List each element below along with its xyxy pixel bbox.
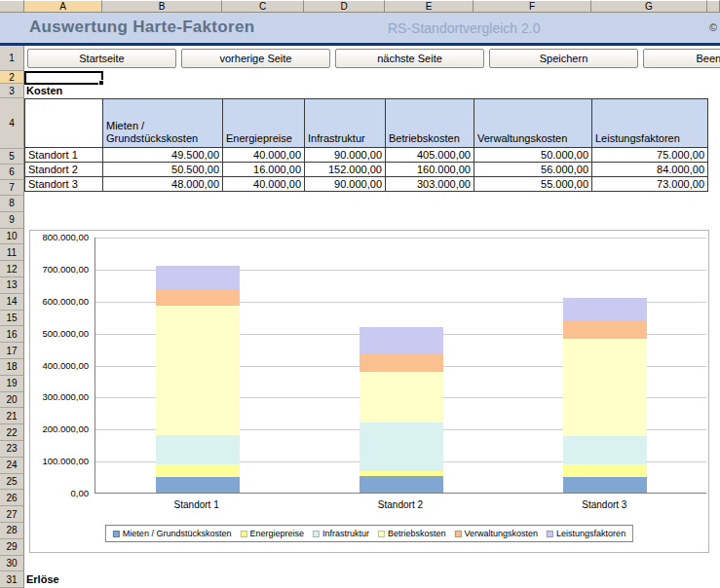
costs-column-header[interactable]: Infrastruktur [305, 99, 386, 148]
cost-value-cell[interactable]: 55.000,00 [474, 177, 592, 192]
row-header-14[interactable]: 14 [0, 294, 24, 311]
row-header-6[interactable]: 6 [0, 165, 24, 180]
cost-value-cell[interactable]: 73.000,00 [592, 177, 708, 192]
row-gutter: 1234567891011121314151617181920212223242… [0, 46, 24, 588]
cost-value-cell[interactable]: 16.000,00 [223, 163, 305, 177]
cost-value-cell[interactable]: 40.000,00 [223, 177, 305, 192]
row-header-2[interactable]: 2 [0, 71, 24, 84]
row-header-4[interactable]: 4 [0, 98, 24, 149]
speichern-button[interactable]: Speichern [489, 49, 638, 68]
row-header-23[interactable]: 23 [0, 441, 24, 458]
bar-segment [156, 464, 240, 477]
row-header-10[interactable]: 10 [0, 229, 24, 245]
bar-segment [360, 353, 443, 371]
costs-column-header[interactable]: Betriebskosten [386, 99, 474, 148]
selected-cell-A2[interactable] [24, 71, 103, 85]
startseite-button[interactable]: Startseite [27, 49, 176, 68]
legend-item: Infrastruktur [313, 529, 369, 538]
row-header-18[interactable]: 18 [0, 359, 24, 376]
column-header-E[interactable]: E [385, 0, 474, 13]
costs-column-header[interactable]: Mieten / Grundstückskosten [103, 99, 223, 148]
bar-segment [563, 464, 647, 477]
section-label-erloese[interactable]: Erlöse [26, 573, 59, 585]
row-header-13[interactable]: 13 [0, 277, 24, 294]
column-header-filler [707, 0, 720, 13]
costs-column-header[interactable]: Leistungsfaktoren [592, 99, 708, 148]
row-label[interactable]: Standort 2 [25, 163, 103, 177]
y-axis-tick-label: 400.000,00 [30, 360, 89, 371]
cost-chart[interactable]: 0,00100.000,00200.000,00300.000,00400.00… [29, 230, 709, 553]
row-header-21[interactable]: 21 [0, 408, 24, 424]
bar-segment [563, 321, 647, 339]
bar-segment [156, 435, 240, 464]
column-header-F[interactable]: F [474, 0, 591, 13]
column-header-C[interactable]: C [222, 0, 304, 13]
cost-value-cell[interactable]: 48.000,00 [103, 177, 223, 192]
legend-item: Verwaltungskosten [455, 529, 539, 538]
cost-value-cell[interactable]: 303.000,00 [386, 177, 474, 192]
beenden-button[interactable]: Beenden [643, 49, 720, 68]
cost-value-cell[interactable]: 56.000,00 [474, 163, 592, 177]
column-header-B[interactable]: B [102, 0, 222, 13]
cost-value-cell[interactable]: 75.000,00 [592, 148, 708, 163]
y-axis-tick-label: 0,00 [30, 488, 89, 498]
row-header-20[interactable]: 20 [0, 392, 24, 409]
cost-value-cell[interactable]: 405.000,00 [386, 148, 474, 163]
section-label-kosten[interactable]: Kosten [26, 85, 62, 96]
row-header-7[interactable]: 7 [0, 180, 24, 196]
legend-swatch-icon [313, 531, 320, 537]
row-header-26[interactable]: 26 [0, 490, 24, 506]
y-axis-tick-label: 700.000,00 [30, 264, 89, 275]
row-header-3[interactable]: 3 [0, 84, 24, 98]
costs-table: Mieten / GrundstückskostenEnergiepreiseI… [24, 98, 708, 192]
bar-segment [563, 298, 647, 321]
row-header-11[interactable]: 11 [0, 244, 24, 261]
row-header-31[interactable]: 31 [0, 571, 24, 588]
row-header-19[interactable]: 19 [0, 376, 24, 392]
cost-value-cell[interactable]: 40.000,00 [223, 148, 305, 163]
row-header-15[interactable]: 15 [0, 311, 24, 327]
column-header-D[interactable]: D [304, 0, 385, 13]
costs-corner-cell[interactable] [25, 99, 103, 148]
y-axis-tick-label: 600.000,00 [30, 296, 89, 307]
cost-value-cell[interactable]: 90.000,00 [305, 177, 386, 192]
legend-swatch-icon [240, 531, 246, 537]
cost-value-cell[interactable]: 152.000,00 [305, 163, 386, 177]
cost-value-cell[interactable]: 90.000,00 [305, 148, 386, 163]
column-header-A[interactable]: A [24, 0, 102, 13]
row-label[interactable]: Standort 1 [25, 148, 103, 163]
row-header-24[interactable]: 24 [0, 458, 24, 474]
costs-header-row: Mieten / GrundstückskostenEnergiepreiseI… [25, 99, 708, 148]
row-header-27[interactable]: 27 [0, 506, 24, 523]
row-header-22[interactable]: 22 [0, 424, 24, 441]
row-header-30[interactable]: 30 [0, 556, 24, 572]
row-header-5[interactable]: 5 [0, 149, 24, 165]
cost-value-cell[interactable]: 84.000,00 [592, 163, 708, 177]
row-header-29[interactable]: 29 [0, 539, 24, 556]
row-header-1[interactable]: 1 [0, 46, 24, 71]
row-header-12[interactable]: 12 [0, 261, 24, 277]
vorherige-seite-button[interactable]: vorherige Seite [181, 49, 330, 68]
cost-value-cell[interactable]: 50.000,00 [474, 148, 592, 163]
row-header-9[interactable]: 9 [0, 212, 24, 229]
bar-segment [563, 339, 647, 436]
row-header-28[interactable]: 28 [0, 523, 24, 539]
naechste-seite-button[interactable]: nächste Seite [335, 49, 484, 68]
row-header-16[interactable]: 16 [0, 326, 24, 343]
legend-label: Energiepreise [249, 529, 304, 538]
legend-item: Mieten / Grundstückskosten [113, 529, 232, 538]
costs-column-header[interactable]: Verwaltungskosten [474, 99, 592, 148]
cost-value-cell[interactable]: 50.500,00 [103, 163, 223, 177]
cost-value-cell[interactable]: 49.500,00 [103, 148, 223, 163]
cost-value-cell[interactable]: 160.000,00 [386, 163, 474, 177]
row-header-17[interactable]: 17 [0, 343, 24, 359]
select-all-corner[interactable] [0, 0, 24, 13]
row-label[interactable]: Standort 3 [25, 177, 103, 192]
row-header-25[interactable]: 25 [0, 474, 24, 491]
row-header-8[interactable]: 8 [0, 196, 24, 212]
bar-segment [360, 476, 443, 493]
column-header-G[interactable]: G [591, 0, 707, 13]
costs-column-header[interactable]: Energiepreise [223, 99, 305, 148]
table-row: Standort 149.500,0040.000,0090.000,00405… [25, 148, 708, 163]
bar-segment [156, 477, 240, 493]
